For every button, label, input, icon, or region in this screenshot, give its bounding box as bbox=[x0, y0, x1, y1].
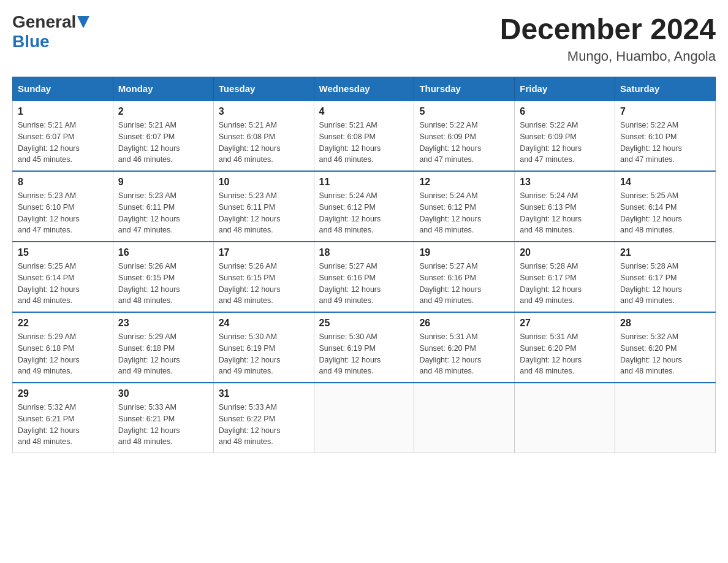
table-row: 7Sunrise: 5:22 AMSunset: 6:10 PMDaylight… bbox=[615, 101, 716, 171]
day-info: Sunrise: 5:24 AMSunset: 6:12 PMDaylight:… bbox=[319, 190, 409, 236]
table-row: 6Sunrise: 5:22 AMSunset: 6:09 PMDaylight… bbox=[515, 101, 615, 171]
calendar-week-row-1: 1Sunrise: 5:21 AMSunset: 6:07 PMDaylight… bbox=[13, 101, 716, 171]
day-info: Sunrise: 5:27 AMSunset: 6:16 PMDaylight:… bbox=[419, 261, 509, 307]
day-info: Sunrise: 5:30 AMSunset: 6:19 PMDaylight:… bbox=[219, 331, 309, 377]
table-row: 22Sunrise: 5:29 AMSunset: 6:18 PMDayligh… bbox=[13, 312, 113, 383]
table-row bbox=[615, 383, 716, 453]
day-number: 25 bbox=[319, 318, 409, 329]
day-number: 8 bbox=[18, 177, 108, 188]
day-number: 29 bbox=[18, 388, 108, 399]
table-row: 17Sunrise: 5:26 AMSunset: 6:15 PMDayligh… bbox=[213, 242, 314, 312]
day-number: 2 bbox=[118, 106, 208, 117]
svg-marker-0 bbox=[77, 16, 89, 28]
table-row: 20Sunrise: 5:28 AMSunset: 6:17 PMDayligh… bbox=[515, 242, 615, 312]
day-number: 24 bbox=[219, 318, 309, 329]
table-row bbox=[515, 383, 615, 453]
calendar-week-row-2: 8Sunrise: 5:23 AMSunset: 6:10 PMDaylight… bbox=[13, 171, 716, 242]
day-info: Sunrise: 5:24 AMSunset: 6:12 PMDaylight:… bbox=[419, 190, 509, 236]
day-number: 20 bbox=[520, 247, 610, 258]
day-info: Sunrise: 5:32 AMSunset: 6:21 PMDaylight:… bbox=[18, 402, 108, 448]
day-info: Sunrise: 5:31 AMSunset: 6:20 PMDaylight:… bbox=[520, 331, 610, 377]
table-row bbox=[414, 383, 515, 453]
day-info: Sunrise: 5:21 AMSunset: 6:08 PMDaylight:… bbox=[319, 120, 409, 166]
logo-blue: Blue bbox=[12, 32, 50, 51]
day-number: 5 bbox=[419, 106, 509, 117]
day-info: Sunrise: 5:33 AMSunset: 6:21 PMDaylight:… bbox=[118, 402, 208, 448]
day-number: 18 bbox=[319, 247, 409, 258]
day-number: 21 bbox=[620, 247, 710, 258]
day-number: 3 bbox=[219, 106, 309, 117]
day-info: Sunrise: 5:22 AMSunset: 6:09 PMDaylight:… bbox=[520, 120, 610, 166]
day-info: Sunrise: 5:23 AMSunset: 6:11 PMDaylight:… bbox=[118, 190, 208, 236]
calendar-title-section: December 2024 Mungo, Huambo, Angola bbox=[500, 12, 716, 64]
day-number: 28 bbox=[620, 318, 710, 329]
calendar-title: December 2024 bbox=[500, 12, 716, 46]
day-number: 15 bbox=[18, 247, 108, 258]
table-row: 16Sunrise: 5:26 AMSunset: 6:15 PMDayligh… bbox=[113, 242, 213, 312]
day-number: 16 bbox=[118, 247, 208, 258]
day-number: 17 bbox=[219, 247, 309, 258]
day-info: Sunrise: 5:22 AMSunset: 6:09 PMDaylight:… bbox=[419, 120, 509, 166]
day-info: Sunrise: 5:21 AMSunset: 6:07 PMDaylight:… bbox=[18, 120, 108, 166]
day-number: 11 bbox=[319, 177, 409, 188]
table-row: 1Sunrise: 5:21 AMSunset: 6:07 PMDaylight… bbox=[13, 101, 113, 171]
table-row: 28Sunrise: 5:32 AMSunset: 6:20 PMDayligh… bbox=[615, 312, 716, 383]
table-row: 13Sunrise: 5:24 AMSunset: 6:13 PMDayligh… bbox=[515, 171, 615, 242]
table-row: 29Sunrise: 5:32 AMSunset: 6:21 PMDayligh… bbox=[13, 383, 113, 453]
logo: General Blue bbox=[12, 12, 89, 52]
calendar-week-row-3: 15Sunrise: 5:25 AMSunset: 6:14 PMDayligh… bbox=[13, 242, 716, 312]
day-info: Sunrise: 5:32 AMSunset: 6:20 PMDaylight:… bbox=[620, 331, 710, 377]
header-saturday: Saturday bbox=[615, 77, 716, 101]
table-row: 15Sunrise: 5:25 AMSunset: 6:14 PMDayligh… bbox=[13, 242, 113, 312]
day-number: 6 bbox=[520, 106, 610, 117]
table-row: 4Sunrise: 5:21 AMSunset: 6:08 PMDaylight… bbox=[314, 101, 414, 171]
day-info: Sunrise: 5:23 AMSunset: 6:11 PMDaylight:… bbox=[219, 190, 309, 236]
day-info: Sunrise: 5:33 AMSunset: 6:22 PMDaylight:… bbox=[219, 402, 309, 448]
day-info: Sunrise: 5:26 AMSunset: 6:15 PMDaylight:… bbox=[219, 261, 309, 307]
table-row: 10Sunrise: 5:23 AMSunset: 6:11 PMDayligh… bbox=[213, 171, 314, 242]
day-info: Sunrise: 5:25 AMSunset: 6:14 PMDaylight:… bbox=[620, 190, 710, 236]
day-number: 23 bbox=[118, 318, 208, 329]
header-wednesday: Wednesday bbox=[314, 77, 414, 101]
day-number: 1 bbox=[18, 106, 108, 117]
table-row: 26Sunrise: 5:31 AMSunset: 6:20 PMDayligh… bbox=[414, 312, 515, 383]
day-number: 30 bbox=[118, 388, 208, 399]
table-row: 2Sunrise: 5:21 AMSunset: 6:07 PMDaylight… bbox=[113, 101, 213, 171]
header-monday: Monday bbox=[113, 77, 213, 101]
table-row: 31Sunrise: 5:33 AMSunset: 6:22 PMDayligh… bbox=[213, 383, 314, 453]
calendar-week-row-5: 29Sunrise: 5:32 AMSunset: 6:21 PMDayligh… bbox=[13, 383, 716, 453]
table-row: 8Sunrise: 5:23 AMSunset: 6:10 PMDaylight… bbox=[13, 171, 113, 242]
header-sunday: Sunday bbox=[13, 77, 113, 101]
day-info: Sunrise: 5:23 AMSunset: 6:10 PMDaylight:… bbox=[18, 190, 108, 236]
day-info: Sunrise: 5:21 AMSunset: 6:07 PMDaylight:… bbox=[118, 120, 208, 166]
calendar-week-row-4: 22Sunrise: 5:29 AMSunset: 6:18 PMDayligh… bbox=[13, 312, 716, 383]
table-row: 27Sunrise: 5:31 AMSunset: 6:20 PMDayligh… bbox=[515, 312, 615, 383]
logo-general: General bbox=[12, 12, 76, 32]
day-info: Sunrise: 5:29 AMSunset: 6:18 PMDaylight:… bbox=[18, 331, 108, 377]
day-info: Sunrise: 5:21 AMSunset: 6:08 PMDaylight:… bbox=[219, 120, 309, 166]
day-number: 4 bbox=[319, 106, 409, 117]
day-info: Sunrise: 5:30 AMSunset: 6:19 PMDaylight:… bbox=[319, 331, 409, 377]
table-row: 21Sunrise: 5:28 AMSunset: 6:17 PMDayligh… bbox=[615, 242, 716, 312]
header-tuesday: Tuesday bbox=[213, 77, 314, 101]
day-number: 26 bbox=[419, 318, 509, 329]
day-info: Sunrise: 5:25 AMSunset: 6:14 PMDaylight:… bbox=[18, 261, 108, 307]
day-info: Sunrise: 5:31 AMSunset: 6:20 PMDaylight:… bbox=[419, 331, 509, 377]
table-row: 25Sunrise: 5:30 AMSunset: 6:19 PMDayligh… bbox=[314, 312, 414, 383]
day-number: 9 bbox=[118, 177, 208, 188]
page-header: General Blue December 2024 Mungo, Huambo… bbox=[12, 12, 716, 64]
table-row: 9Sunrise: 5:23 AMSunset: 6:11 PMDaylight… bbox=[113, 171, 213, 242]
table-row: 5Sunrise: 5:22 AMSunset: 6:09 PMDaylight… bbox=[414, 101, 515, 171]
day-number: 19 bbox=[419, 247, 509, 258]
day-number: 13 bbox=[520, 177, 610, 188]
table-row: 11Sunrise: 5:24 AMSunset: 6:12 PMDayligh… bbox=[314, 171, 414, 242]
day-number: 7 bbox=[620, 106, 710, 117]
day-info: Sunrise: 5:22 AMSunset: 6:10 PMDaylight:… bbox=[620, 120, 710, 166]
table-row: 14Sunrise: 5:25 AMSunset: 6:14 PMDayligh… bbox=[615, 171, 716, 242]
day-info: Sunrise: 5:24 AMSunset: 6:13 PMDaylight:… bbox=[520, 190, 610, 236]
day-info: Sunrise: 5:28 AMSunset: 6:17 PMDaylight:… bbox=[620, 261, 710, 307]
header-friday: Friday bbox=[515, 77, 615, 101]
day-number: 31 bbox=[219, 388, 309, 399]
table-row: 24Sunrise: 5:30 AMSunset: 6:19 PMDayligh… bbox=[213, 312, 314, 383]
table-row: 3Sunrise: 5:21 AMSunset: 6:08 PMDaylight… bbox=[213, 101, 314, 171]
